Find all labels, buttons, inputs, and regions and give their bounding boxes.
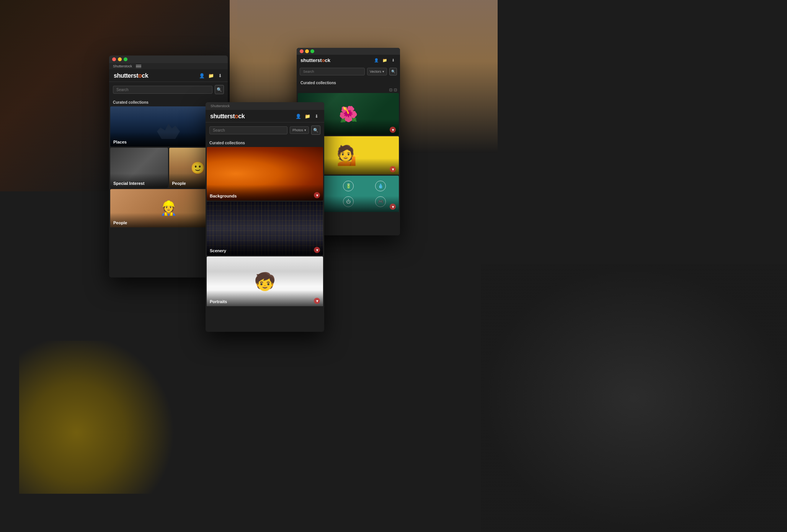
nav-controls-2: [297, 87, 400, 93]
search-bar-3: Photos ▾ 🔍: [206, 122, 324, 138]
header-icons-1: 👤 📁 ⬇: [199, 73, 223, 79]
scenery-label: Scenery ▾: [207, 239, 323, 255]
search-input-2[interactable]: [303, 70, 361, 73]
header-icons-2: 👤 📁 ⬇: [373, 57, 396, 63]
nav-next-2[interactable]: [394, 88, 397, 91]
logo-dot-3: o: [235, 113, 238, 119]
user-icon-3[interactable]: 👤: [295, 113, 301, 119]
icon-circle-3: 💧: [375, 181, 386, 191]
user-icon-2[interactable]: 👤: [373, 57, 379, 63]
close-button-2[interactable]: [300, 49, 304, 53]
download-icon-2[interactable]: ⬇: [390, 57, 396, 63]
window-chrome-1: [109, 55, 228, 63]
bg-yellow-circles: [19, 341, 211, 494]
panel-photos: Shutterstock shutterstock 👤 📁 ⬇ Photos ▾…: [206, 102, 324, 332]
portraits-label: Portraits ▾: [207, 290, 323, 306]
search-input-3[interactable]: [213, 128, 284, 132]
search-input-1[interactable]: [116, 88, 209, 92]
search-input-wrap-3[interactable]: [209, 126, 287, 134]
collection-scenery[interactable]: Scenery ▾: [207, 202, 323, 255]
close-button-1[interactable]: [112, 57, 116, 61]
search-button-3[interactable]: 🔍: [311, 126, 320, 135]
chevron-comic: ▾: [390, 166, 396, 172]
search-button-1[interactable]: 🔍: [215, 85, 224, 94]
logo-dot-2: o: [322, 57, 325, 63]
app-name-1: Shutterstock: [113, 64, 132, 68]
logo-3: shutterstock: [210, 113, 245, 120]
collection-backgrounds[interactable]: Backgrounds ▾: [207, 147, 323, 201]
floral-emoji: 🌺: [339, 105, 358, 123]
folder-icon-3[interactable]: 📁: [304, 113, 310, 119]
window-chrome-2: [297, 48, 400, 55]
search-input-wrap-2[interactable]: [300, 68, 365, 75]
panel-title-3: Shutterstock: [209, 104, 230, 108]
logo-dot-1: o: [138, 72, 142, 79]
backgrounds-label: Backgrounds ▾: [207, 184, 323, 201]
logo-2: shutterstock: [300, 57, 330, 63]
icon-circle-2: 🔋: [343, 181, 354, 191]
header-icons-3: 👤 📁 ⬇: [295, 113, 320, 119]
app-header-3: shutterstock 👤 📁 ⬇: [206, 110, 324, 122]
search-button-2[interactable]: 🔍: [389, 68, 397, 75]
maximize-button-2[interactable]: [310, 49, 314, 53]
hamburger-menu-1[interactable]: [136, 65, 141, 68]
folder-icon-1[interactable]: 📁: [208, 73, 214, 79]
section-title-3: Curated collections: [206, 138, 324, 147]
bg-dark-image: [481, 264, 787, 532]
minimize-button-1[interactable]: [118, 57, 122, 61]
maximize-button-1[interactable]: [124, 57, 127, 61]
chevron-backgrounds: ▾: [314, 192, 320, 198]
chevron-floral: ▾: [390, 127, 396, 133]
nav-prev-2[interactable]: [389, 88, 392, 91]
download-icon-3[interactable]: ⬇: [313, 113, 320, 119]
search-bar-1: 🔍: [109, 82, 228, 97]
window-chrome-3: Shutterstock: [206, 102, 324, 110]
chevron-scenery: ▾: [314, 247, 320, 253]
chevron-portraits: ▾: [314, 298, 320, 304]
search-type-vectors[interactable]: Vectors ▾: [367, 68, 387, 75]
chevron-icon-3: ▾: [304, 128, 306, 132]
collection-portraits[interactable]: 🧒 Portraits ▾: [207, 256, 323, 306]
search-input-wrap-1[interactable]: [113, 86, 212, 94]
search-bar-2: Vectors ▾ 🔍: [297, 65, 400, 78]
logo-1: shutterstock: [114, 72, 148, 79]
special-interest-label: Special Interest: [110, 173, 168, 188]
user-icon-1[interactable]: 👤: [199, 73, 205, 79]
minimize-button-2[interactable]: [305, 49, 309, 53]
chevron-icon-2: ▾: [382, 70, 384, 73]
collection-special-interest[interactable]: Special Interest: [110, 148, 168, 188]
app-header-1: shutterstock 👤 📁 ⬇: [109, 69, 228, 82]
app-header-2: shutterstock 👤 📁 ⬇: [297, 55, 400, 65]
menu-bar-1: Shutterstock: [109, 63, 228, 69]
search-type-photos[interactable]: Photos ▾: [290, 126, 309, 134]
folder-icon-2[interactable]: 📁: [382, 57, 388, 63]
download-icon-1[interactable]: ⬇: [217, 73, 223, 79]
chevron-icons: ▾: [390, 204, 396, 210]
section-title-2: Curated collections: [297, 78, 400, 87]
